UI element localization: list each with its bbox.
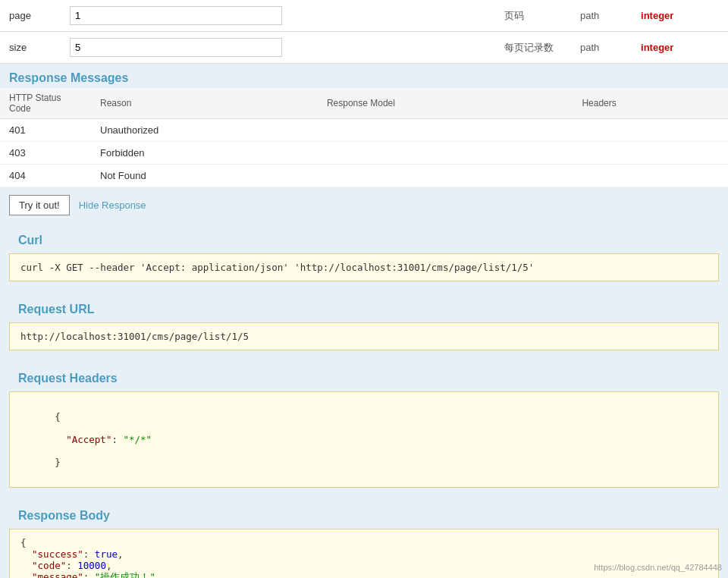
col-response-model: Response Model (318, 88, 573, 119)
main-container: page 页码 path integer size 每页记录数 path int… (0, 0, 728, 578)
param-desc: 页码 (495, 0, 571, 32)
headers (573, 165, 728, 187)
request-url-code: http://localhost:31001/cms/page/list/1/5 (9, 322, 719, 350)
param-desc: 每页记录数 (495, 32, 571, 64)
param-name: size (0, 32, 61, 64)
response-messages-title: Response Messages (0, 64, 728, 88)
param-name: page (0, 0, 61, 32)
param-location: path (571, 32, 632, 64)
param-datatype: integer (632, 0, 728, 32)
status-code: 404 (0, 165, 91, 187)
param-input-cell (61, 32, 495, 64)
action-bar: Try it out! Hide Response (0, 187, 728, 223)
col-reason: Reason (91, 88, 318, 119)
reason: Not Found (91, 165, 318, 187)
col-headers: Headers (573, 88, 728, 119)
curl-section: Curl curl -X GET --header 'Accept: appli… (0, 223, 728, 292)
status-code: 403 (0, 142, 91, 165)
headers (573, 119, 728, 142)
param-input[interactable] (70, 6, 282, 25)
response-body-code[interactable]: { "success": true, "code": 10000, "messa… (9, 529, 719, 578)
curl-code: curl -X GET --header 'Accept: applicatio… (9, 253, 719, 281)
request-headers-title: Request Headers (9, 364, 719, 388)
param-input-cell (61, 0, 495, 32)
response-row: 403 Forbidden (0, 142, 728, 165)
request-url-title: Request URL (9, 295, 719, 319)
status-code: 401 (0, 119, 91, 142)
response-messages-table: HTTP Status Code Reason Response Model H… (0, 88, 728, 187)
params-table: page 页码 path integer size 每页记录数 path int… (0, 0, 728, 64)
param-row: page 页码 path integer (0, 0, 728, 32)
param-input[interactable] (70, 38, 282, 57)
response-model (318, 142, 573, 165)
curl-title: Curl (9, 226, 719, 250)
response-body-title: Response Body (9, 501, 719, 526)
response-body-section: Response Body { "success": true, "code":… (0, 498, 728, 578)
try-it-button[interactable]: Try it out! (9, 195, 70, 215)
response-model (318, 165, 573, 187)
param-datatype: integer (632, 32, 728, 64)
col-status-code: HTTP Status Code (0, 88, 91, 119)
param-location: path (571, 0, 632, 32)
response-row: 401 Unauthorized (0, 119, 728, 142)
reason: Unauthorized (91, 119, 318, 142)
reason: Forbidden (91, 142, 318, 165)
request-headers-section: Request Headers { "Accept": "*/*" } (0, 361, 728, 498)
response-row: 404 Not Found (0, 165, 728, 187)
hide-response-link[interactable]: Hide Response (79, 199, 146, 211)
param-row: size 每页记录数 path integer (0, 32, 728, 64)
request-headers-code: { "Accept": "*/*" } (9, 391, 719, 488)
headers (573, 142, 728, 165)
request-url-section: Request URL http://localhost:31001/cms/p… (0, 292, 728, 361)
response-model (318, 119, 573, 142)
